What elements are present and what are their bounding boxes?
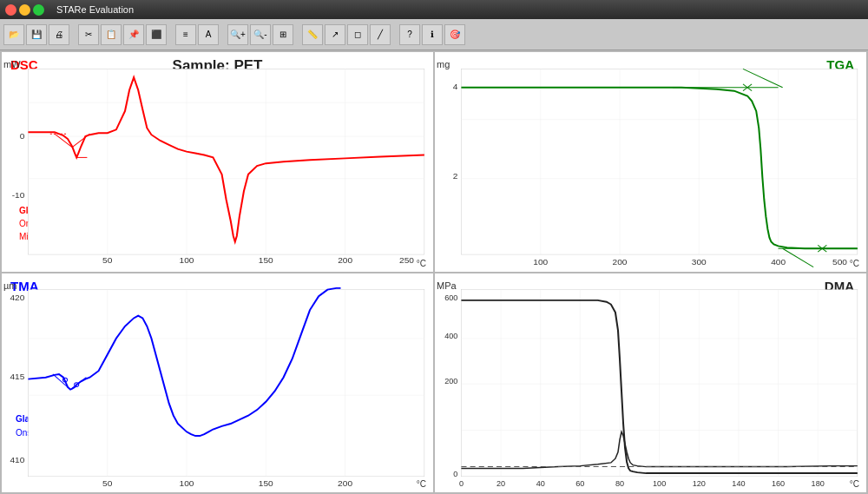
zoom-in[interactable]: 🔍+ <box>227 24 248 45</box>
save-button[interactable]: 💾 <box>26 24 47 45</box>
svg-rect-0 <box>28 69 424 254</box>
tga-panel: TGA mg Step -81.1356 % -3.6616 mg Onset … <box>435 52 866 272</box>
svg-text:120: 120 <box>693 479 706 488</box>
svg-text:500: 500 <box>832 257 847 267</box>
tma-panel: TMA µm Glass Transition Onset 79.41 °C °… <box>2 273 433 493</box>
main-content: DSC Sample: PET mW Glass Transition Onse… <box>0 50 868 494</box>
font-button[interactable]: A <box>198 24 219 45</box>
tga-chart-svg: 100 200 300 400 500 4 2 <box>435 52 866 272</box>
zoom-fit[interactable]: ⊞ <box>273 24 293 45</box>
paste-button[interactable]: 📌 <box>123 24 144 45</box>
maximize-button[interactable] <box>33 4 44 16</box>
align-left[interactable]: ≡ <box>175 24 196 45</box>
svg-text:60: 60 <box>575 479 584 488</box>
svg-text:180: 180 <box>812 479 825 488</box>
svg-text:80: 80 <box>615 479 624 488</box>
svg-text:200: 200 <box>613 257 628 267</box>
svg-text:140: 140 <box>732 479 745 488</box>
measure-button[interactable]: 📏 <box>302 24 323 45</box>
svg-text:50: 50 <box>102 478 113 488</box>
svg-text:4: 4 <box>453 82 458 91</box>
info-button[interactable]: ℹ <box>422 24 443 45</box>
svg-text:420: 420 <box>10 293 25 302</box>
select-button[interactable]: ◻ <box>347 24 368 45</box>
dma-chart-svg: 0 20 40 60 80 100 120 140 160 180 600 40… <box>435 273 866 493</box>
svg-text:250: 250 <box>399 255 414 265</box>
svg-text:100: 100 <box>180 478 195 488</box>
svg-text:100: 100 <box>533 257 548 267</box>
dsc-panel: DSC Sample: PET mW Glass Transition Onse… <box>2 52 433 272</box>
window-controls[interactable] <box>5 4 44 16</box>
svg-text:-10: -10 <box>12 190 25 200</box>
svg-text:40: 40 <box>536 479 545 488</box>
svg-text:400: 400 <box>771 257 786 267</box>
dma-panel: DMA MPa G' G'' °C <box>435 273 866 493</box>
cursor-button[interactable]: ↗ <box>325 24 345 45</box>
svg-text:160: 160 <box>772 479 785 488</box>
svg-text:300: 300 <box>692 257 707 267</box>
svg-text:20: 20 <box>496 479 505 488</box>
svg-text:200: 200 <box>338 478 353 488</box>
svg-text:150: 150 <box>259 255 273 265</box>
open-button[interactable]: 📂 <box>3 24 24 45</box>
svg-text:0: 0 <box>20 131 25 141</box>
target-button[interactable]: 🎯 <box>444 24 465 45</box>
close-button[interactable] <box>5 4 16 16</box>
cut-button[interactable]: ✂ <box>78 24 99 45</box>
svg-text:200: 200 <box>444 377 457 385</box>
svg-text:400: 400 <box>444 332 457 340</box>
svg-text:50: 50 <box>102 255 113 265</box>
line-button[interactable]: ╱ <box>370 24 391 45</box>
svg-text:100: 100 <box>653 479 666 488</box>
help-button[interactable]: ? <box>399 24 420 45</box>
svg-text:150: 150 <box>259 478 274 488</box>
svg-text:2: 2 <box>453 171 458 181</box>
copy-button[interactable]: 📋 <box>101 24 122 45</box>
toolbar: 📂 💾 🖨 ✂ 📋 📌 ⬛ ≡ A 🔍+ 🔍- ⊞ 📏 ↗ ◻ ╱ ? ℹ 🎯 <box>0 19 868 50</box>
tb-btn5[interactable]: ⬛ <box>146 24 167 45</box>
minimize-button[interactable] <box>19 4 30 16</box>
svg-text:415: 415 <box>10 371 25 380</box>
tma-chart-svg: 50 100 150 200 420 415 410 <box>2 273 433 493</box>
svg-text:600: 600 <box>444 293 457 302</box>
titlebar: STARe Evaluation <box>0 0 868 19</box>
zoom-out[interactable]: 🔍- <box>250 24 271 45</box>
print-button[interactable]: 🖨 <box>49 24 69 45</box>
app-title: STARe Evaluation <box>56 4 134 15</box>
dsc-chart-svg: 50 100 150 200 250 0 -10 <box>2 52 433 272</box>
svg-text:0: 0 <box>459 479 464 488</box>
svg-text:410: 410 <box>10 455 25 464</box>
svg-rect-19 <box>461 69 857 254</box>
svg-text:0: 0 <box>453 470 457 478</box>
svg-text:100: 100 <box>180 255 194 265</box>
svg-text:200: 200 <box>338 255 352 265</box>
svg-rect-41 <box>28 289 424 476</box>
